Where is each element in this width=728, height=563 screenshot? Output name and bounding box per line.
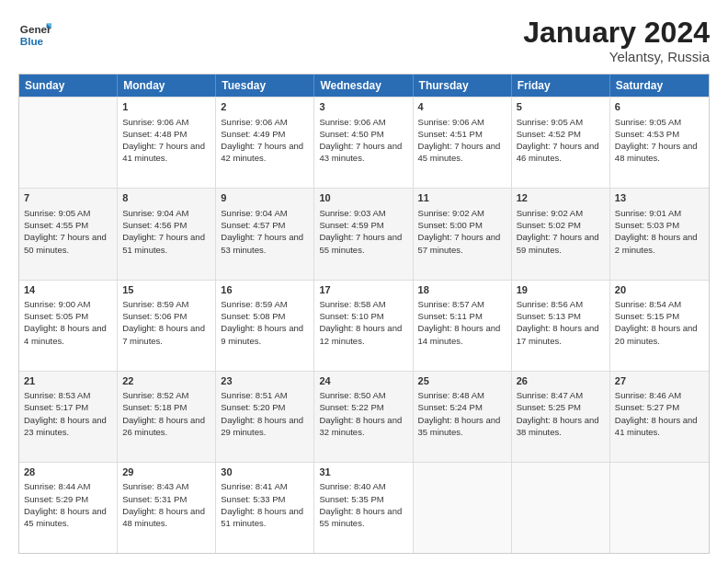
sunset-text: Sunset: 4:51 PM	[418, 129, 483, 139]
daylight-text: Daylight: 8 hours and 17 minutes.	[517, 323, 599, 345]
sunrise-text: Sunrise: 9:06 AM	[319, 117, 385, 127]
daylight-text: Daylight: 7 hours and 43 minutes.	[319, 141, 402, 163]
cal-cell-w1-d0: 7Sunrise: 9:05 AMSunset: 4:55 PMDaylight…	[19, 189, 118, 279]
cal-cell-w3-d5: 26Sunrise: 8:47 AMSunset: 5:25 PMDayligh…	[512, 372, 610, 462]
daylight-text: Daylight: 8 hours and 38 minutes.	[517, 415, 599, 437]
daylight-text: Daylight: 8 hours and 48 minutes.	[122, 506, 205, 528]
sunrise-text: Sunrise: 8:40 AM	[319, 481, 385, 491]
sunrise-text: Sunrise: 9:05 AM	[24, 208, 90, 218]
cal-cell-w4-d1: 29Sunrise: 8:43 AMSunset: 5:31 PMDayligh…	[118, 463, 216, 553]
cal-cell-w4-d3: 31Sunrise: 8:40 AMSunset: 5:35 PMDayligh…	[314, 463, 413, 553]
page: General Blue January 2024 Yelantsy, Russ…	[0, 0, 728, 563]
cal-cell-w0-d3: 3Sunrise: 9:06 AMSunset: 4:50 PMDaylight…	[314, 98, 413, 188]
sunset-text: Sunset: 5:02 PM	[517, 220, 581, 230]
sunrise-text: Sunrise: 8:59 AM	[221, 299, 287, 309]
day-number: 2	[221, 100, 309, 114]
sunrise-text: Sunrise: 8:44 AM	[24, 481, 90, 491]
daylight-text: Daylight: 7 hours and 50 minutes.	[24, 232, 107, 254]
day-number: 10	[319, 191, 407, 205]
cal-cell-w4-d2: 30Sunrise: 8:41 AMSunset: 5:33 PMDayligh…	[216, 463, 314, 553]
header-wednesday: Wednesday	[314, 75, 413, 97]
sunrise-text: Sunrise: 8:52 AM	[122, 390, 188, 400]
day-number: 9	[221, 191, 309, 205]
sunset-text: Sunset: 4:57 PM	[221, 220, 285, 230]
sunset-text: Sunset: 5:35 PM	[319, 494, 383, 504]
sunset-text: Sunset: 4:53 PM	[615, 129, 679, 139]
calendar-body: 1Sunrise: 9:06 AMSunset: 4:48 PMDaylight…	[19, 97, 709, 553]
cal-cell-w0-d6: 6Sunrise: 9:05 AMSunset: 4:53 PMDaylight…	[610, 98, 709, 188]
cal-cell-w2-d6: 20Sunrise: 8:54 AMSunset: 5:15 PMDayligh…	[610, 281, 709, 371]
day-number: 31	[319, 465, 407, 479]
daylight-text: Daylight: 8 hours and 12 minutes.	[319, 323, 402, 345]
sunset-text: Sunset: 4:59 PM	[319, 220, 383, 230]
daylight-text: Daylight: 8 hours and 23 minutes.	[24, 415, 107, 437]
sunset-text: Sunset: 4:48 PM	[122, 129, 187, 139]
day-number: 27	[615, 374, 704, 388]
daylight-text: Daylight: 7 hours and 41 minutes.	[122, 141, 205, 163]
day-number: 5	[517, 100, 605, 114]
sunset-text: Sunset: 5:22 PM	[319, 402, 383, 412]
sunset-text: Sunset: 5:10 PM	[319, 311, 383, 321]
title-location: Yelantsy, Russia	[523, 49, 710, 64]
sunset-text: Sunset: 4:55 PM	[24, 220, 88, 230]
sunrise-text: Sunrise: 8:59 AM	[122, 299, 188, 309]
sunrise-text: Sunrise: 8:48 AM	[418, 390, 484, 400]
cal-cell-w2-d2: 16Sunrise: 8:59 AMSunset: 5:08 PMDayligh…	[216, 281, 314, 371]
day-number: 24	[319, 374, 407, 388]
title-block: January 2024 Yelantsy, Russia	[523, 17, 710, 64]
cal-cell-w2-d3: 17Sunrise: 8:58 AMSunset: 5:10 PMDayligh…	[314, 281, 413, 371]
sunrise-text: Sunrise: 9:06 AM	[418, 117, 484, 127]
daylight-text: Daylight: 8 hours and 26 minutes.	[122, 415, 205, 437]
sunset-text: Sunset: 4:52 PM	[517, 129, 581, 139]
sunset-text: Sunset: 5:15 PM	[615, 311, 679, 321]
sunset-text: Sunset: 5:18 PM	[122, 402, 187, 412]
sunrise-text: Sunrise: 9:02 AM	[418, 208, 484, 218]
cal-cell-w3-d4: 25Sunrise: 8:48 AMSunset: 5:24 PMDayligh…	[414, 372, 512, 462]
sunrise-text: Sunrise: 8:56 AM	[517, 299, 583, 309]
sunset-text: Sunset: 5:03 PM	[615, 220, 679, 230]
sunrise-text: Sunrise: 9:04 AM	[122, 208, 188, 218]
daylight-text: Daylight: 7 hours and 55 minutes.	[319, 232, 402, 254]
daylight-text: Daylight: 7 hours and 42 minutes.	[221, 141, 303, 163]
sunrise-text: Sunrise: 8:51 AM	[221, 390, 287, 400]
sunset-text: Sunset: 5:11 PM	[418, 311, 483, 321]
day-number: 28	[24, 465, 112, 479]
day-number: 21	[24, 374, 112, 388]
daylight-text: Daylight: 8 hours and 7 minutes.	[122, 323, 205, 345]
sunset-text: Sunset: 5:20 PM	[221, 402, 285, 412]
sunrise-text: Sunrise: 9:05 AM	[615, 117, 681, 127]
day-number: 30	[221, 465, 309, 479]
sunrise-text: Sunrise: 9:04 AM	[221, 208, 287, 218]
cal-cell-w2-d4: 18Sunrise: 8:57 AMSunset: 5:11 PMDayligh…	[414, 281, 512, 371]
day-number: 4	[418, 100, 506, 114]
sunset-text: Sunset: 5:17 PM	[24, 402, 88, 412]
day-number: 3	[319, 100, 407, 114]
sunrise-text: Sunrise: 8:43 AM	[122, 481, 188, 491]
sunrise-text: Sunrise: 9:01 AM	[615, 208, 681, 218]
sunset-text: Sunset: 5:06 PM	[122, 311, 187, 321]
day-number: 16	[221, 283, 309, 297]
day-number: 25	[418, 374, 506, 388]
cal-cell-w3-d2: 23Sunrise: 8:51 AMSunset: 5:20 PMDayligh…	[216, 372, 314, 462]
daylight-text: Daylight: 8 hours and 4 minutes.	[24, 323, 107, 345]
sunrise-text: Sunrise: 8:54 AM	[615, 299, 681, 309]
sunset-text: Sunset: 5:24 PM	[418, 402, 483, 412]
cal-cell-w3-d0: 21Sunrise: 8:53 AMSunset: 5:17 PMDayligh…	[19, 372, 118, 462]
sunrise-text: Sunrise: 8:46 AM	[615, 390, 681, 400]
day-number: 20	[615, 283, 704, 297]
cal-cell-w1-d5: 12Sunrise: 9:02 AMSunset: 5:02 PMDayligh…	[512, 189, 610, 279]
sunset-text: Sunset: 4:56 PM	[122, 220, 187, 230]
day-number: 7	[24, 191, 112, 205]
sunset-text: Sunset: 5:33 PM	[221, 494, 285, 504]
cal-cell-w4-d5	[512, 463, 610, 553]
daylight-text: Daylight: 7 hours and 46 minutes.	[517, 141, 599, 163]
cal-cell-w0-d5: 5Sunrise: 9:05 AMSunset: 4:52 PMDaylight…	[512, 98, 610, 188]
daylight-text: Daylight: 8 hours and 2 minutes.	[615, 232, 698, 254]
cal-cell-w0-d1: 1Sunrise: 9:06 AMSunset: 4:48 PMDaylight…	[118, 98, 216, 188]
title-month: January 2024	[523, 17, 710, 49]
day-number: 12	[517, 191, 605, 205]
sunset-text: Sunset: 5:29 PM	[24, 494, 88, 504]
cal-cell-w2-d0: 14Sunrise: 9:00 AMSunset: 5:05 PMDayligh…	[19, 281, 118, 371]
sunrise-text: Sunrise: 8:57 AM	[418, 299, 484, 309]
day-number: 13	[615, 191, 704, 205]
